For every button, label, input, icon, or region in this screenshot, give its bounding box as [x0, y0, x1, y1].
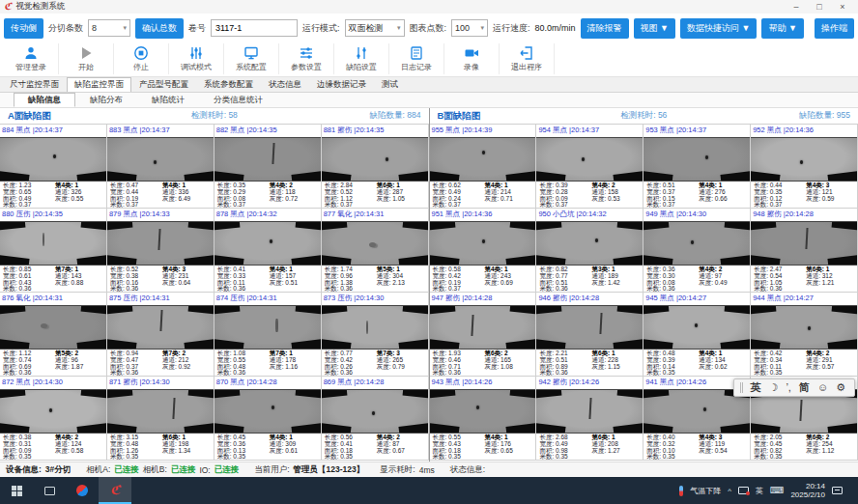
- defect-cell-871[interactable]: 871 擦伤 |20:14:30长度: 3.15宽度: 0.48面积: 1.26…: [107, 377, 214, 461]
- notification-center-icon[interactable]: [832, 487, 843, 494]
- defect-cell-950[interactable]: 950 小凸坑 |20:14:32长度: 0.82宽度: 0.77面积: 0.5…: [536, 209, 644, 293]
- run-speed-value: 80.0m/min: [535, 23, 576, 33]
- main-tab-4[interactable]: 状态信息: [261, 77, 309, 92]
- operator-side-button[interactable]: 操作端: [815, 18, 854, 39]
- meta-line: 灰度: 0.53: [591, 196, 640, 203]
- defect-cell-951[interactable]: 951 黑点 |20:14:36长度: 0.58宽度: 0.42面积: 0.19…: [430, 209, 537, 293]
- action-button-vsliders2[interactable]: 缺陷设置: [334, 43, 389, 74]
- weather-text[interactable]: 气温下降: [690, 486, 721, 496]
- action-button-log[interactable]: 日志记录: [389, 43, 444, 74]
- defect-meta-left: 长度: 1.74宽度: 0.96面积: 1.38米数: 0.36: [325, 266, 377, 293]
- taskbar-app-active[interactable]: ℭ: [99, 477, 131, 504]
- clear-alarm-button[interactable]: 清除报警: [581, 18, 629, 39]
- main-tab-3[interactable]: 系统参数配置: [196, 77, 261, 92]
- defect-cell-949[interactable]: 949 黑点 |20:14:30长度: 0.36宽度: 0.30面积: 0.08…: [644, 209, 751, 293]
- view-menu-button[interactable]: 视图 ▼: [634, 18, 675, 39]
- defect-cell-869[interactable]: 869 黑点 |20:14:28长度: 0.56宽度: 0.41面积: 0.18…: [322, 377, 429, 461]
- defect-cell-877[interactable]: 877 氧化 |20:14:31长度: 1.74宽度: 0.96面积: 1.38…: [322, 209, 429, 293]
- main-tab-0[interactable]: 尺寸监控界面: [2, 77, 67, 92]
- taskbar-clock[interactable]: 20:14 2025/2/10: [790, 482, 825, 499]
- slit-count-select[interactable]: 8 ▾: [88, 19, 130, 37]
- defect-image: [107, 389, 214, 434]
- help-menu-button[interactable]: 帮助 ▼: [761, 18, 803, 39]
- defect-cell-875[interactable]: 875 压伤 |20:14:31长度: 0.94宽度: 0.47面积: 0.37…: [107, 293, 214, 377]
- defect-cell-945[interactable]: 945 黑点 |20:14:27长度: 0.48宽度: 0.39面积: 0.14…: [644, 293, 751, 377]
- drive-side-button[interactable]: 传动侧: [4, 18, 43, 39]
- meta-line: 米数: 0.37: [433, 202, 485, 209]
- chart-points-select[interactable]: 100 ▾: [451, 19, 488, 37]
- meta-line: 灰度: 0.58: [55, 448, 103, 455]
- main-tab-2[interactable]: 产品型号配置: [131, 77, 196, 92]
- task-view-button[interactable]: [33, 477, 66, 504]
- network-alert-badge: [746, 491, 750, 495]
- smiley-icon[interactable]: ☺: [817, 379, 828, 396]
- maximize-button[interactable]: □: [808, 1, 831, 14]
- defect-cell-946[interactable]: 946 擦伤 |20:14:28长度: 2.21宽度: 0.51面积: 0.89…: [536, 293, 644, 377]
- taskbar-app-1[interactable]: [66, 477, 99, 504]
- action-button-stop[interactable]: 停止: [114, 43, 169, 74]
- ime-lang-英[interactable]: 英: [751, 379, 761, 396]
- action-button-camera[interactable]: 录像: [444, 43, 500, 74]
- defect-cell-883[interactable]: 883 黑点 |20:14:37长度: 0.47宽度: 0.44面积: 0.19…: [107, 125, 214, 209]
- defect-cell-953[interactable]: 953 黑点 |20:14:37长度: 0.51宽度: 0.37面积: 0.15…: [644, 125, 751, 209]
- defect-cell-876[interactable]: 876 氧化 |20:14:31长度: 1.12宽度: 0.74面积: 0.69…: [0, 293, 107, 377]
- film-edge: [76, 171, 106, 182]
- main-tab-1[interactable]: 缺陷监控界面: [67, 77, 131, 92]
- action-button-monitor[interactable]: 系统配置: [224, 43, 279, 74]
- sub-tab-0[interactable]: 缺陷信息: [14, 93, 75, 107]
- meta-line: 灰度: 0.65: [485, 448, 533, 455]
- defect-cell-948[interactable]: 948 擦伤 |20:14:28长度: 2.47宽度: 0.54面积: 1.05…: [751, 209, 858, 293]
- roll-number-input[interactable]: [211, 19, 298, 37]
- action-button-hsliders[interactable]: 参数设置: [279, 43, 334, 74]
- defect-cell-872[interactable]: 872 黑点 |20:14:30长度: 0.38宽度: 0.31面积: 0.09…: [0, 377, 107, 461]
- defect-cell-882[interactable]: 882 黑点 |20:14:35长度: 0.35宽度: 0.29面积: 0.08…: [214, 125, 322, 209]
- film-edge: [214, 389, 240, 399]
- network-icon[interactable]: [738, 487, 749, 494]
- quick-access-menu-button[interactable]: 数据快捷访问 ▼: [680, 18, 757, 39]
- ime-toolbar[interactable]: 英☽’,简☺⚙: [733, 378, 855, 397]
- meta-line: 米数: 0.36: [3, 370, 55, 377]
- defect-cell-881[interactable]: 881 擦伤 |20:14:35长度: 2.84宽度: 0.52面积: 1.12…: [322, 125, 429, 209]
- defect-cell-874[interactable]: 874 压伤 |20:14:31长度: 1.08宽度: 0.55面积: 0.48…: [214, 293, 322, 377]
- defect-cell-943[interactable]: 943 黑点 |20:14:26长度: 0.55宽度: 0.43面积: 0.18…: [430, 377, 537, 461]
- confirm-total-button[interactable]: 确认总数: [135, 18, 184, 39]
- defect-cell-884[interactable]: 884 黑点 |20:14:37长度: 1.23宽度: 0.65面积: 0.49…: [0, 125, 107, 209]
- action-button-play[interactable]: 开始: [59, 43, 114, 74]
- defect-cell-955[interactable]: 955 黑点 |20:14:39长度: 0.62宽度: 0.49面积: 0.24…: [430, 125, 537, 209]
- start-button[interactable]: [0, 477, 33, 504]
- defect-mark-dot: [49, 408, 52, 412]
- gear-icon[interactable]: ⚙: [836, 379, 845, 396]
- main-tab-6[interactable]: 测试: [374, 77, 406, 92]
- defect-cell-880[interactable]: 880 压伤 |20:14:35长度: 0.85宽度: 0.61面积: 0.43…: [0, 209, 107, 293]
- film-edge: [187, 221, 213, 231]
- defect-cell-947[interactable]: 947 擦伤 |20:14:28长度: 1.93宽度: 0.46面积: 0.71…: [430, 293, 537, 377]
- minimize-button[interactable]: –: [785, 1, 808, 14]
- defect-cell-878[interactable]: 878 黑点 |20:14:32长度: 0.41宽度: 0.33面积: 0.11…: [214, 209, 322, 293]
- quote-icon[interactable]: ’,: [786, 379, 791, 396]
- keyboard-icon[interactable]: ⌨: [770, 486, 784, 495]
- main-tab-5[interactable]: 边缘数据记录: [309, 77, 374, 92]
- ime-lang-简[interactable]: 简: [799, 379, 810, 396]
- defect-cell-944[interactable]: 944 黑点 |20:14:27长度: 0.42宽度: 0.34面积: 0.11…: [751, 293, 858, 377]
- sub-tab-3[interactable]: 分类信息统计: [199, 93, 277, 107]
- film-edge: [536, 305, 561, 315]
- close-button[interactable]: ×: [831, 1, 854, 14]
- defect-meta-left: 长度: 3.15宽度: 0.48面积: 1.26米数: 0.35: [110, 434, 162, 461]
- defect-cell-873[interactable]: 873 压伤 |20:14:30长度: 0.77宽度: 0.42面积: 0.26…: [322, 293, 429, 377]
- defect-cell-870[interactable]: 870 黑点 |20:14:28长度: 0.45宽度: 0.36面积: 0.13…: [214, 377, 322, 461]
- ime-grip-handle[interactable]: [740, 382, 743, 393]
- action-button-door[interactable]: 退出程序: [500, 43, 555, 74]
- action-button-user[interactable]: 管理登录: [4, 43, 59, 74]
- defect-cell-879[interactable]: 879 黑点 |20:14:33长度: 0.52宽度: 0.38面积: 0.16…: [107, 209, 214, 293]
- input-language-indicator[interactable]: 英: [756, 486, 763, 496]
- moon-icon[interactable]: ☽: [769, 379, 779, 396]
- action-button-vsliders[interactable]: 调试模式: [169, 43, 224, 74]
- sub-tab-2[interactable]: 缺陷统计: [137, 93, 199, 107]
- film-edge: [430, 423, 460, 434]
- defect-cell-954[interactable]: 954 黑点 |20:14:37长度: 0.39宽度: 0.28面积: 0.09…: [536, 125, 644, 209]
- defect-cell-952[interactable]: 952 黑点 |20:14:36长度: 0.44宽度: 0.35面积: 0.12…: [751, 125, 858, 209]
- run-mode-select[interactable]: 双面检测 ▾: [345, 19, 405, 37]
- sub-tab-1[interactable]: 缺陷分布: [75, 93, 137, 107]
- tray-expand-caret[interactable]: ^: [728, 487, 731, 495]
- defect-cell-942[interactable]: 942 擦伤 |20:14:26长度: 2.68宽度: 0.49面积: 0.98…: [536, 377, 644, 461]
